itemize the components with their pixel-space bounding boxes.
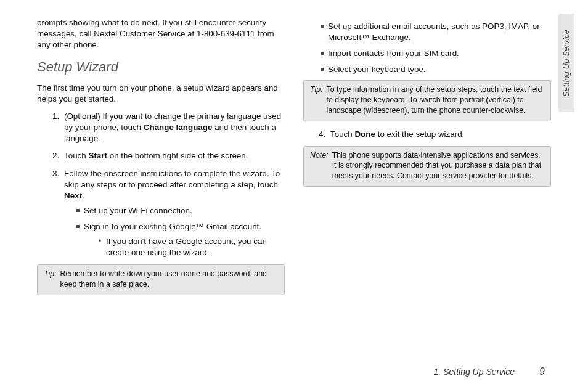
substep-text: Sign in to your existing Google™ Gmail a… [84, 222, 261, 231]
tip-body: Remember to write down your user name an… [60, 269, 278, 289]
steps-list: (Optional) If you want to change the pri… [62, 111, 285, 258]
heading-setup-wizard: Setup Wizard [37, 58, 285, 76]
tip-label: Tip: [310, 84, 323, 115]
tip-box: Tip: To type information in any of the s… [303, 80, 551, 121]
substeps-squares-continued: Set up additional email accounts, such a… [321, 21, 551, 75]
step-4: Touch Done to exit the setup wizard. [328, 129, 551, 140]
column-left: prompts showing what to do next. If you … [37, 17, 285, 350]
footer-page-number: 9 [539, 366, 545, 377]
step-3: Follow the onscreen instructions to comp… [62, 168, 285, 259]
substep: Set up your Wi-Fi connection. [76, 205, 285, 216]
substeps-squares: Set up your Wi-Fi connection. Sign in to… [76, 205, 285, 258]
note-box: Note: This phone supports data-intensive… [303, 146, 551, 187]
two-column-layout: prompts showing what to do next. If you … [37, 17, 551, 350]
manual-page: Setting Up Service prompts showing what … [0, 0, 588, 392]
note-label: Note: [310, 150, 329, 181]
step-bold: Change language [144, 123, 213, 132]
step-1: (Optional) If you want to change the pri… [62, 111, 285, 144]
step-text: Touch [64, 151, 88, 160]
column-right: Set up additional email accounts, such a… [303, 17, 551, 350]
substep: Import contacts from your SIM card. [321, 48, 551, 59]
note-body: This phone supports data-intensive appli… [332, 150, 544, 181]
substep: Sign in to your existing Google™ Gmail a… [76, 221, 285, 258]
step-2: Touch Start on the bottom right side of … [62, 150, 285, 161]
step-text: Touch [330, 129, 354, 139]
substep: Set up additional email accounts, such a… [321, 21, 551, 43]
sub-sub-list: If you don't have a Google account, you … [99, 236, 285, 258]
section-tab: Setting Up Service [558, 14, 574, 112]
steps-list-continued: Touch Done to exit the setup wizard. [328, 129, 551, 140]
step-bold: Next [64, 191, 82, 200]
step-text: Follow the onscreen instructions to comp… [64, 169, 280, 189]
tip-box: Tip: Remember to write down your user na… [37, 264, 285, 295]
lead-paragraph: The first time you turn on your phone, a… [37, 83, 285, 105]
step-bold: Start [88, 151, 107, 160]
page-footer: 1. Setting Up Service 9 [434, 366, 545, 377]
tip-body: To type information in any of the setup … [327, 84, 544, 115]
carryover-paragraph: prompts showing what to do next. If you … [37, 17, 285, 51]
step-text: . [82, 191, 84, 200]
sub-sub-item: If you don't have a Google account, you … [99, 236, 285, 258]
substep: Select your keyboard type. [321, 64, 551, 75]
tip-label: Tip: [44, 269, 57, 289]
footer-chapter: 1. Setting Up Service [434, 367, 515, 377]
section-tab-label: Setting Up Service [562, 30, 571, 97]
step-text: to exit the setup wizard. [375, 129, 464, 139]
step-bold: Done [354, 129, 375, 139]
step-text: on the bottom right side of the screen. [107, 151, 248, 160]
